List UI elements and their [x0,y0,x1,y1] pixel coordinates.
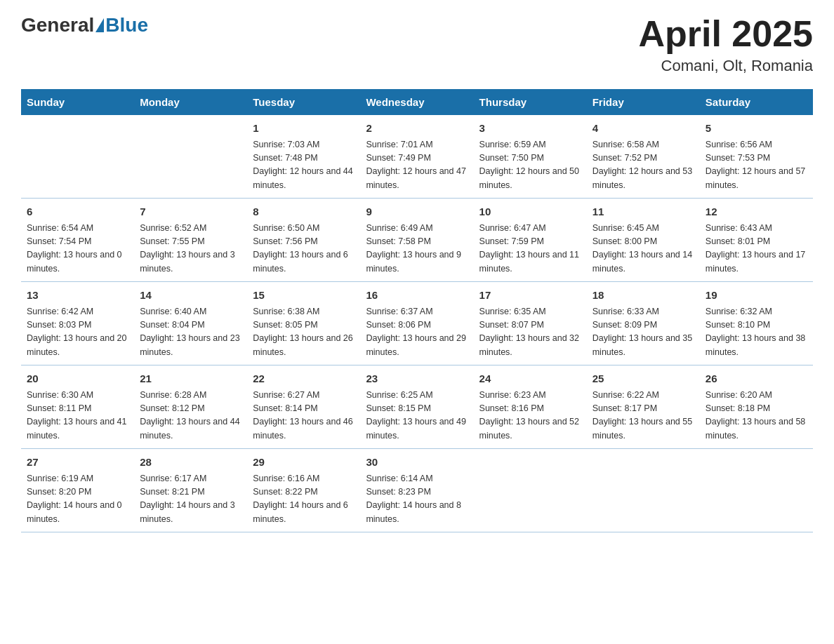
day-number: 16 [366,288,468,304]
day-number: 18 [593,288,694,304]
day-number: 9 [366,204,468,220]
calendar-cell: 24Sunrise: 6:23 AMSunset: 8:16 PMDayligh… [474,365,587,449]
calendar-cell [134,115,247,199]
calendar-cell: 13Sunrise: 6:42 AMSunset: 8:03 PMDayligh… [21,282,134,365]
day-number: 27 [27,455,128,471]
calendar-cell: 25Sunrise: 6:22 AMSunset: 8:17 PMDayligh… [587,365,700,449]
day-number: 21 [140,371,241,387]
day-number: 29 [253,455,355,471]
day-info: Sunrise: 6:59 AMSunset: 7:50 PMDaylight:… [479,138,581,193]
page-subtitle: Comani, Olt, Romania [638,57,813,75]
day-info: Sunrise: 6:14 AMSunset: 8:23 PMDaylight:… [366,472,468,527]
column-header-tuesday: Tuesday [247,89,360,115]
calendar-cell: 6Sunrise: 6:54 AMSunset: 7:54 PMDaylight… [21,199,134,282]
day-number: 11 [593,204,694,220]
calendar-header-row: SundayMondayTuesdayWednesdayThursdayFrid… [21,89,813,115]
calendar-cell: 21Sunrise: 6:28 AMSunset: 8:12 PMDayligh… [134,365,247,449]
logo-blue-text: Blue [105,14,148,36]
day-info: Sunrise: 6:40 AMSunset: 8:04 PMDaylight:… [140,305,241,360]
day-number: 4 [593,121,694,137]
day-info: Sunrise: 6:56 AMSunset: 7:53 PMDaylight:… [706,138,807,193]
calendar-cell: 18Sunrise: 6:33 AMSunset: 8:09 PMDayligh… [587,282,700,365]
day-info: Sunrise: 6:25 AMSunset: 8:15 PMDaylight:… [366,389,468,443]
calendar-cell: 17Sunrise: 6:35 AMSunset: 8:07 PMDayligh… [474,282,587,365]
day-info: Sunrise: 6:38 AMSunset: 8:05 PMDaylight:… [253,305,355,360]
calendar-week-row: 13Sunrise: 6:42 AMSunset: 8:03 PMDayligh… [21,282,813,365]
logo-triangle-icon [95,18,104,32]
logo-general-text: General [21,14,94,36]
calendar-cell: 1Sunrise: 7:03 AMSunset: 7:48 PMDaylight… [247,115,360,199]
calendar-cell: 28Sunrise: 6:17 AMSunset: 8:21 PMDayligh… [134,449,247,532]
day-number: 17 [479,288,581,304]
calendar-cell [21,115,134,199]
calendar-cell: 15Sunrise: 6:38 AMSunset: 8:05 PMDayligh… [247,282,360,365]
calendar-cell: 27Sunrise: 6:19 AMSunset: 8:20 PMDayligh… [21,449,134,532]
day-info: Sunrise: 6:35 AMSunset: 8:07 PMDaylight:… [479,305,581,360]
day-info: Sunrise: 6:43 AMSunset: 8:01 PMDaylight:… [706,222,807,276]
day-number: 2 [366,121,468,137]
day-info: Sunrise: 7:03 AMSunset: 7:48 PMDaylight:… [253,138,355,193]
day-number: 28 [140,455,241,471]
day-number: 13 [27,288,128,304]
calendar-week-row: 1Sunrise: 7:03 AMSunset: 7:48 PMDaylight… [21,115,813,199]
calendar-cell: 10Sunrise: 6:47 AMSunset: 7:59 PMDayligh… [474,199,587,282]
column-header-wednesday: Wednesday [360,89,473,115]
page-title: April 2025 [638,14,813,54]
calendar-week-row: 20Sunrise: 6:30 AMSunset: 8:11 PMDayligh… [21,365,813,449]
day-number: 22 [253,371,355,387]
day-number: 26 [706,371,807,387]
calendar-table: SundayMondayTuesdayWednesdayThursdayFrid… [21,89,813,532]
calendar-cell: 19Sunrise: 6:32 AMSunset: 8:10 PMDayligh… [700,282,813,365]
day-info: Sunrise: 6:45 AMSunset: 8:00 PMDaylight:… [593,222,694,276]
day-number: 15 [253,288,355,304]
day-info: Sunrise: 6:30 AMSunset: 8:11 PMDaylight:… [27,389,128,443]
calendar-cell: 4Sunrise: 6:58 AMSunset: 7:52 PMDaylight… [587,115,700,199]
calendar-cell: 23Sunrise: 6:25 AMSunset: 8:15 PMDayligh… [360,365,473,449]
day-info: Sunrise: 6:23 AMSunset: 8:16 PMDaylight:… [479,389,581,443]
column-header-friday: Friday [587,89,700,115]
calendar-cell: 5Sunrise: 6:56 AMSunset: 7:53 PMDaylight… [700,115,813,199]
day-info: Sunrise: 7:01 AMSunset: 7:49 PMDaylight:… [366,138,468,193]
day-number: 24 [479,371,581,387]
day-info: Sunrise: 6:33 AMSunset: 8:09 PMDaylight:… [593,305,694,360]
calendar-week-row: 27Sunrise: 6:19 AMSunset: 8:20 PMDayligh… [21,449,813,532]
day-number: 8 [253,204,355,220]
day-info: Sunrise: 6:19 AMSunset: 8:20 PMDaylight:… [27,472,128,527]
column-header-monday: Monday [134,89,247,115]
day-number: 3 [479,121,581,137]
column-header-sunday: Sunday [21,89,134,115]
calendar-cell: 30Sunrise: 6:14 AMSunset: 8:23 PMDayligh… [360,449,473,532]
day-info: Sunrise: 6:17 AMSunset: 8:21 PMDaylight:… [140,472,241,527]
day-info: Sunrise: 6:32 AMSunset: 8:10 PMDaylight:… [706,305,807,360]
calendar-cell: 2Sunrise: 7:01 AMSunset: 7:49 PMDaylight… [360,115,473,199]
day-number: 7 [140,204,241,220]
day-info: Sunrise: 6:28 AMSunset: 8:12 PMDaylight:… [140,389,241,443]
calendar-cell: 12Sunrise: 6:43 AMSunset: 8:01 PMDayligh… [700,199,813,282]
calendar-cell: 9Sunrise: 6:49 AMSunset: 7:58 PMDaylight… [360,199,473,282]
calendar-cell: 7Sunrise: 6:52 AMSunset: 7:55 PMDaylight… [134,199,247,282]
day-number: 12 [706,204,807,220]
day-info: Sunrise: 6:58 AMSunset: 7:52 PMDaylight:… [593,138,694,193]
column-header-thursday: Thursday [474,89,587,115]
calendar-cell: 20Sunrise: 6:30 AMSunset: 8:11 PMDayligh… [21,365,134,449]
title-block: April 2025 Comani, Olt, Romania [638,14,813,75]
calendar-cell: 14Sunrise: 6:40 AMSunset: 8:04 PMDayligh… [134,282,247,365]
calendar-cell: 3Sunrise: 6:59 AMSunset: 7:50 PMDaylight… [474,115,587,199]
day-number: 23 [366,371,468,387]
calendar-cell [587,449,700,532]
logo: General Blue [21,14,148,36]
page-header: General Blue April 2025 Comani, Olt, Rom… [21,14,813,75]
day-number: 5 [706,121,807,137]
day-number: 1 [253,121,355,137]
day-number: 14 [140,288,241,304]
calendar-cell: 29Sunrise: 6:16 AMSunset: 8:22 PMDayligh… [247,449,360,532]
day-info: Sunrise: 6:27 AMSunset: 8:14 PMDaylight:… [253,389,355,443]
day-info: Sunrise: 6:37 AMSunset: 8:06 PMDaylight:… [366,305,468,360]
calendar-cell: 11Sunrise: 6:45 AMSunset: 8:00 PMDayligh… [587,199,700,282]
day-info: Sunrise: 6:47 AMSunset: 7:59 PMDaylight:… [479,222,581,276]
column-header-saturday: Saturday [700,89,813,115]
calendar-cell [700,449,813,532]
day-info: Sunrise: 6:42 AMSunset: 8:03 PMDaylight:… [27,305,128,360]
day-info: Sunrise: 6:52 AMSunset: 7:55 PMDaylight:… [140,222,241,276]
day-number: 6 [27,204,128,220]
